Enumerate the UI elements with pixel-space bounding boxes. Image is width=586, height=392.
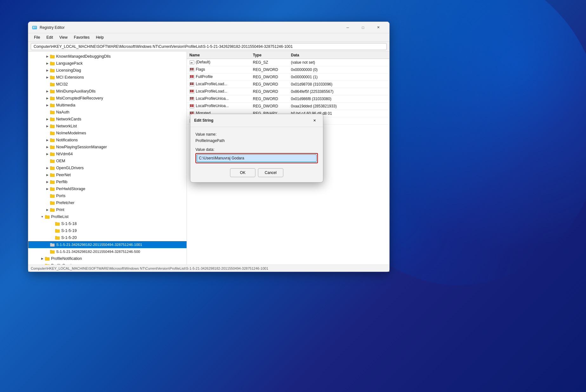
menu-view[interactable]: View: [56, 34, 71, 41]
svg-rect-3: [35, 27, 36, 28]
table-row[interactable]: LocalProfileLoad...REG_DWORD0x864fef5f (…: [187, 88, 389, 95]
svg-rect-14: [190, 77, 192, 78]
value-data-container: [195, 153, 318, 163]
status-bar: Computer\HKEY_LOCAL_MACHINE\SOFTWARE\Mic…: [28, 265, 389, 272]
table-row[interactable]: FullProfileREG_DWORD0x00000001 (1): [187, 74, 389, 81]
tree-item[interactable]: ▶ ProfileService: [28, 262, 187, 265]
svg-rect-38: [190, 112, 192, 113]
tree-item-label: KnownManagedDebuggingDlls: [56, 54, 111, 59]
tree-panel[interactable]: ▶ KnownManagedDebuggingDlls ▶ LanguagePa…: [28, 52, 187, 265]
menu-favorites[interactable]: Favorites: [71, 34, 93, 41]
folder-icon: [50, 187, 55, 191]
tree-item[interactable]: ▶ Ports: [28, 192, 187, 199]
table-row[interactable]: FlagsREG_DWORD0x00000000 (0): [187, 66, 389, 74]
tree-item[interactable]: ▶ S-1-5-21-3426298182-2011550494-3287512…: [28, 248, 187, 255]
tree-item[interactable]: ▶ NaAuth: [28, 109, 187, 116]
tree-item-label: S-1-5-21-3426298182-2011550494-328751246…: [56, 250, 140, 254]
menu-edit[interactable]: Edit: [43, 34, 56, 41]
address-input[interactable]: [31, 43, 387, 50]
tree-item[interactable]: ▶ S-1-5-19: [28, 227, 187, 234]
folder-icon: [55, 222, 60, 226]
folder-icon: [50, 208, 55, 212]
value-name-cell: Flags: [187, 66, 250, 74]
tree-item[interactable]: ▶ S-1-5-20: [28, 234, 187, 241]
tree-item[interactable]: ▶ Multimedia: [28, 102, 187, 109]
tree-item-label: NtVdm64: [56, 152, 73, 156]
expand-arrow: ▶: [45, 69, 50, 72]
tree-item[interactable]: ▶ MsiCorruptedFileRecovery: [28, 95, 187, 102]
tree-item[interactable]: ▶ S-1-5-18: [28, 220, 187, 227]
svg-rect-28: [190, 97, 192, 98]
menu-file[interactable]: File: [31, 34, 43, 41]
svg-rect-9: [190, 69, 192, 70]
svg-rect-36: [192, 106, 194, 107]
table-row[interactable]: LocalProfileLoad...REG_DWORD0x01d98708 (…: [187, 81, 389, 88]
ok-button[interactable]: OK: [230, 168, 255, 177]
expand-arrow: ▶: [45, 180, 50, 183]
tree-item[interactable]: ▶ Print: [28, 206, 187, 213]
value-data-cell: 0x864fef5f (2253385567): [288, 88, 389, 95]
tree-item[interactable]: ▶ PerHwIdStorage: [28, 185, 187, 192]
svg-rect-0: [32, 26, 37, 29]
svg-rect-1: [33, 27, 34, 27]
svg-rect-13: [190, 75, 192, 76]
value-name-text: LocalProfileLoad...: [196, 82, 227, 86]
folder-icon: [45, 256, 50, 261]
tree-item-label: Print: [56, 208, 64, 212]
tree-item-selected[interactable]: ▶ S-1-5-21-3426298182-2011550494-3287512…: [28, 241, 187, 248]
expand-arrow: ▶: [40, 257, 45, 260]
tree-item-label: Ports: [56, 194, 65, 198]
table-row[interactable]: LocalProfileUnloa...REG_DWORD0xaa19dded …: [187, 103, 389, 110]
svg-rect-15: [192, 75, 194, 76]
table-row[interactable]: ab(Default)REG_SZ(value not set): [187, 59, 389, 66]
tree-item[interactable]: ▶ Perflib: [28, 178, 187, 185]
svg-rect-10: [192, 68, 194, 69]
tree-item-label: OEM: [56, 159, 65, 163]
close-button[interactable]: ✕: [371, 23, 385, 32]
value-type-cell: REG_DWORD: [250, 74, 288, 81]
minimize-button[interactable]: ─: [340, 23, 355, 32]
value-data-input[interactable]: [197, 154, 317, 162]
tree-item[interactable]: ▶ OEM: [28, 157, 187, 164]
tree-item-label: LanguagePack: [56, 61, 82, 66]
tree-item[interactable]: ▶ MCI32: [28, 81, 187, 88]
menu-help[interactable]: Help: [93, 34, 107, 41]
tree-item[interactable]: ▶ MiniDumpAuxiliaryDlls: [28, 88, 187, 95]
tree-item[interactable]: ▶ LanguagePack: [28, 60, 187, 67]
tree-item-label: LicensingDiag: [56, 68, 81, 73]
value-type-cell: REG_DWORD: [250, 88, 288, 95]
tree-item[interactable]: ▶ PeerNet: [28, 171, 187, 178]
expand-arrow: ▶: [45, 138, 50, 142]
folder-icon: [50, 152, 55, 156]
tree-item[interactable]: ▶ NowPlayingSessionManager: [28, 144, 187, 151]
tree-item[interactable]: ▶ Notifications: [28, 137, 187, 144]
svg-rect-18: [190, 83, 192, 84]
tree-item[interactable]: ▶ KnownManagedDebuggingDlls: [28, 53, 187, 60]
tree-item[interactable]: ▶ LicensingDiag: [28, 67, 187, 74]
tree-item-label: Multimedia: [56, 103, 75, 107]
expand-arrow: ▶: [45, 173, 50, 177]
folder-icon: [55, 228, 60, 233]
maximize-button[interactable]: □: [356, 23, 370, 32]
value-type-cell: REG_DWORD: [250, 66, 288, 74]
value-name-cell: LocalProfileUnloa...: [187, 103, 250, 110]
cancel-button[interactable]: Cancel: [258, 168, 283, 177]
tree-item[interactable]: ▶ NetworkCards: [28, 116, 187, 123]
tree-item-label: PeerNet: [56, 173, 71, 177]
tree-item[interactable]: ▶ Prefetcher: [28, 199, 187, 206]
svg-rect-31: [192, 99, 194, 100]
folder-icon: [50, 249, 55, 254]
tree-item-label: NowPlayingSessionManager: [56, 145, 107, 149]
tree-item[interactable]: ▶ OpenGLDrivers: [28, 164, 187, 171]
tree-item[interactable]: ▶ NtVdm64: [28, 151, 187, 157]
tree-item[interactable]: ▶ NoImeModelmes: [28, 130, 187, 137]
folder-icon: [50, 110, 55, 114]
tree-item[interactable]: ▶ NetworkList: [28, 123, 187, 130]
dialog-close-button[interactable]: ✕: [310, 117, 319, 124]
value-name-text: (Default): [196, 60, 210, 64]
folder-icon: [50, 180, 55, 184]
tree-item[interactable]: ▶ ProfileNotification: [28, 255, 187, 262]
tree-item[interactable]: ▶ MCI Extensions: [28, 74, 187, 81]
table-row[interactable]: LocalProfileUnloa...REG_DWORD0x01d986f8 …: [187, 95, 389, 103]
tree-item-profilelist[interactable]: ▼ ProfileList: [28, 213, 187, 220]
